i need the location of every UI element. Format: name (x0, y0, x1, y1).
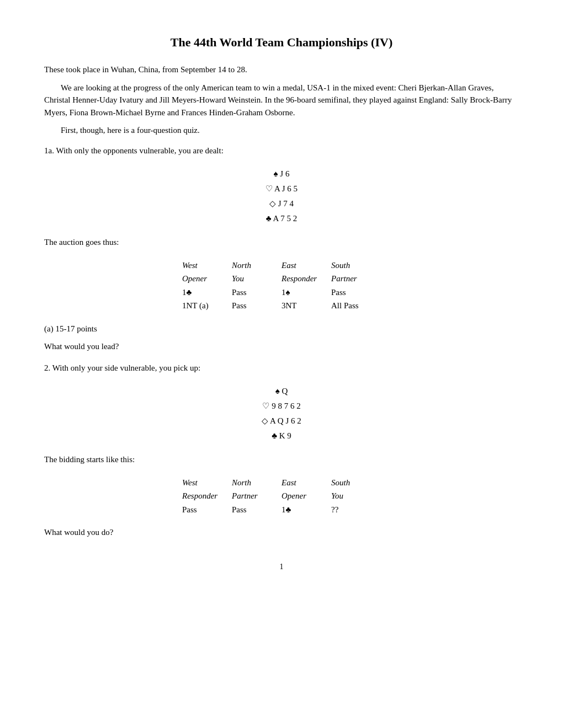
paragraph-3: First, though, here is a four-question q… (44, 124, 519, 137)
hand-2-spade: ♠ Q (44, 384, 519, 399)
auction2-r1-south: ?? (331, 503, 381, 517)
paragraph-2: We are looking at the progress of the on… (44, 82, 519, 119)
auction1-r2-south: All Pass (331, 299, 381, 313)
hand-1-club: ♣ A 7 5 2 (44, 211, 519, 226)
auction1-subheader-west: Opener (182, 272, 232, 286)
auction2-header-east: East (282, 476, 331, 490)
hand-1: ♠ J 6 ♡ A J 6 5 ◇ J 7 4 ♣ A 7 5 2 (44, 167, 519, 226)
auction1-r2-west: 1NT (a) (182, 299, 232, 313)
auction2-row-1: Pass Pass 1♣ ?? (182, 503, 381, 517)
auction1-r1-east: 1♠ (282, 286, 331, 299)
auction1-subheader-east: Responder (282, 272, 331, 286)
hand-1-spade: ♠ J 6 (44, 167, 519, 181)
auction-table-1: West North East South Opener You Respond… (182, 259, 381, 313)
auction2-header-west: West (182, 476, 232, 490)
auction1-row-2: 1NT (a) Pass 3NT All Pass (182, 299, 381, 313)
auction1-r1-south: Pass (331, 286, 381, 299)
auction2-subheader-east: Opener (282, 489, 331, 503)
auction1-r1-west: 1♣ (182, 286, 232, 299)
auction1-header-north: North (232, 259, 282, 272)
hand-2: ♠ Q ♡ 9 8 7 6 2 ◇ A Q J 6 2 ♣ K 9 (44, 384, 519, 443)
question-1-intro: 1a. With only the opponents vulnerable, … (44, 144, 519, 157)
hand-2-diamond: ◇ A Q J 6 2 (44, 414, 519, 429)
auction2-subheader-north: Partner (232, 489, 282, 503)
hand-2-club: ♣ K 9 (44, 429, 519, 443)
question-2: What would you do? (44, 526, 519, 539)
auction1-row-1: 1♣ Pass 1♠ Pass (182, 286, 381, 299)
question-1: What would you lead? (44, 340, 519, 353)
auction2-r1-north: Pass (232, 503, 282, 517)
auction1-subheader-south: Partner (331, 272, 381, 286)
paragraph-1: These took place in Wuhan, China, from S… (44, 63, 519, 76)
auction1-header-east: East (282, 259, 331, 272)
auction1-r1-north: Pass (232, 286, 282, 299)
auction-table-2: West North East South Responder Partner … (182, 476, 381, 517)
page-title: The 44th World Team Championships (IV) (44, 33, 519, 51)
auction2-subheader-west: Responder (182, 489, 232, 503)
auction-1-intro: The auction goes thus: (44, 236, 519, 249)
auction2-r1-east: 1♣ (282, 503, 331, 517)
auction1-r2-north: Pass (232, 299, 282, 313)
auction1-subheader-north: You (232, 272, 282, 286)
auction1-header-south: South (331, 259, 381, 272)
auction1-header-west: West (182, 259, 232, 272)
footnote-1: (a) 15-17 points (44, 323, 519, 335)
auction2-header-south: South (331, 476, 381, 490)
auction2-subheader-south: You (331, 489, 381, 503)
hand-1-heart: ♡ A J 6 5 (44, 181, 519, 196)
page-number: 1 (44, 561, 519, 572)
auction1-r2-east: 3NT (282, 299, 331, 313)
auction2-header-north: North (232, 476, 282, 490)
auction2-r1-west: Pass (182, 503, 232, 517)
question-2-intro: 2. With only your side vulnerable, you p… (44, 362, 519, 374)
hand-1-diamond: ◇ J 7 4 (44, 196, 519, 211)
auction-2-intro: The bidding starts like this: (44, 453, 519, 466)
hand-2-heart: ♡ 9 8 7 6 2 (44, 399, 519, 414)
